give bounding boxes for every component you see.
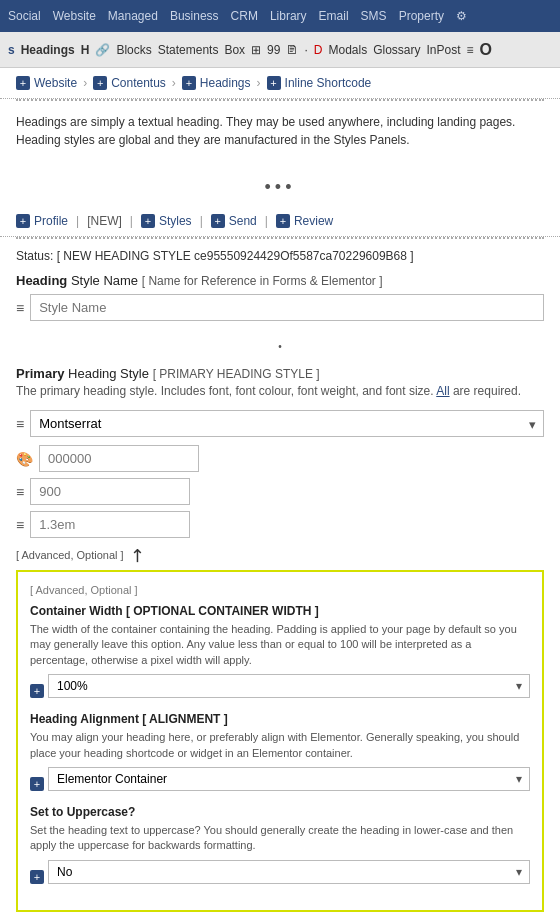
toolbar-doc-icon[interactable]: 🖹 xyxy=(286,43,298,57)
tab-profile-label: Profile xyxy=(34,214,68,228)
popup-container-width-row: + 100% xyxy=(30,674,530,708)
toolbar-glossary[interactable]: Glossary xyxy=(373,43,420,57)
popup-uppercase-title: Set to Uppercase? xyxy=(30,805,530,819)
popup-alignment-select-wrapper: Elementor Container xyxy=(48,767,530,791)
line-height-drag-icon[interactable]: ≡ xyxy=(16,517,24,533)
fields-with-popup: 🎨 ≡ ≡ [ Advanced, Optional ] ↗ [ Advance… xyxy=(0,445,560,912)
popup-uppercase-select-wrapper: No Yes xyxy=(48,860,530,884)
primary-heading-desc: The primary heading style. Includes font… xyxy=(16,384,544,398)
toolbar: s Headings H 🔗 Blocks Statements Box ⊞ 9… xyxy=(0,32,560,68)
description-section: Headings are simply a textual heading. T… xyxy=(0,101,560,169)
toolbar-99[interactable]: 99 xyxy=(267,43,280,57)
popup-alignment-desc: You may align your heading here, or pref… xyxy=(30,730,530,761)
heading-style-name-label: Heading Style Name [ Name for Reference … xyxy=(16,273,544,288)
font-select[interactable]: Montserrat xyxy=(30,410,544,437)
breadcrumb-headings[interactable]: + Headings xyxy=(182,76,251,90)
heading-style-name-section: Heading Style Name [ Name for Reference … xyxy=(0,267,560,335)
nav-sms[interactable]: SMS xyxy=(361,9,387,23)
status-label: Status: xyxy=(16,249,53,263)
nav-social[interactable]: Social xyxy=(8,9,41,23)
color-input[interactable] xyxy=(39,445,199,472)
status-row: Status: [ NEW HEADING STYLE ce9555092442… xyxy=(0,239,560,267)
style-name-drag-icon[interactable]: ≡ xyxy=(16,300,24,316)
toolbar-link-icon[interactable]: 🔗 xyxy=(95,43,110,57)
popup-uppercase-plus[interactable]: + xyxy=(30,870,44,884)
style-name-input-row: ≡ xyxy=(16,294,544,321)
toolbar-statements[interactable]: Statements xyxy=(158,43,219,57)
popup-uppercase-select[interactable]: No Yes xyxy=(48,860,530,884)
popup-uppercase-row: + No Yes xyxy=(30,860,530,894)
size-drag-icon[interactable]: ≡ xyxy=(16,484,24,500)
popup-alignment-title: Heading Alignment [ ALIGNMENT ] xyxy=(30,712,530,726)
popup-alignment-row: + Elementor Container xyxy=(30,767,530,801)
primary-heading-title: Primary Heading Style [ PRIMARY HEADING … xyxy=(16,366,544,381)
breadcrumb-contentus[interactable]: + Contentus xyxy=(93,76,166,90)
popup-alignment-select[interactable]: Elementor Container xyxy=(48,767,530,791)
toolbar-grid-icon[interactable]: ⊞ xyxy=(251,43,261,57)
toolbar-o-icon[interactable]: O xyxy=(480,41,492,59)
style-name-input[interactable] xyxy=(30,294,544,321)
font-field-group: ≡ Montserrat xyxy=(0,410,560,437)
popup-container-width-plus[interactable]: + xyxy=(30,684,44,698)
adv-optional-label: [ Advanced, Optional ] xyxy=(16,549,124,561)
breadcrumb-inline-shortcode[interactable]: + Inline Shortcode xyxy=(267,76,372,90)
breadcrumb-website[interactable]: + Website xyxy=(16,76,77,90)
breadcrumb-inline-label: Inline Shortcode xyxy=(285,76,372,90)
popup-container-width-select[interactable]: 100% xyxy=(48,674,530,698)
nav-managed[interactable]: Managed xyxy=(108,9,158,23)
size-input[interactable] xyxy=(30,478,190,505)
toolbar-blocks[interactable]: Blocks xyxy=(116,43,151,57)
toolbar-grid2-icon[interactable]: ≡ xyxy=(467,43,474,57)
tab-review[interactable]: + Review xyxy=(276,214,333,228)
toolbar-s-icon[interactable]: s xyxy=(8,43,15,57)
toolbar-dot: · xyxy=(304,43,307,57)
adv-optional-row: [ Advanced, Optional ] ↗ xyxy=(16,544,544,566)
tab-new-label: [NEW] xyxy=(87,214,122,228)
nav-property[interactable]: Property xyxy=(399,9,444,23)
tab-profile[interactable]: + Profile xyxy=(16,214,68,228)
center-dot: • xyxy=(0,341,560,352)
popup-container-width-desc: The width of the container containing th… xyxy=(30,622,530,668)
all-link[interactable]: All xyxy=(436,384,449,398)
nav-settings-icon[interactable]: ⚙ xyxy=(456,9,467,23)
breadcrumb-contentus-plus: + xyxy=(93,76,107,90)
nav-crm[interactable]: CRM xyxy=(231,9,258,23)
tab-review-label: Review xyxy=(294,214,333,228)
section-tabs: + Profile | [NEW] | + Styles | + Send | … xyxy=(0,206,560,237)
font-input-row: ≡ Montserrat xyxy=(16,410,544,437)
nav-website[interactable]: Website xyxy=(53,9,96,23)
arrow-icon: ↗ xyxy=(124,542,150,568)
color-palette-icon[interactable]: 🎨 xyxy=(16,451,33,467)
breadcrumb-plus-icon: + xyxy=(16,76,30,90)
toolbar-modals[interactable]: Modals xyxy=(328,43,367,57)
popup-alignment-plus[interactable]: + xyxy=(30,777,44,791)
popup-label: [ Advanced, Optional ] xyxy=(30,584,530,596)
breadcrumb-contentus-label: Contentus xyxy=(111,76,166,90)
nav-business[interactable]: Business xyxy=(170,9,219,23)
tab-profile-plus: + xyxy=(16,214,30,228)
breadcrumb-headings-label: Headings xyxy=(200,76,251,90)
breadcrumb-inline-plus: + xyxy=(267,76,281,90)
line-height-input[interactable] xyxy=(30,511,190,538)
nav-library[interactable]: Library xyxy=(270,9,307,23)
toolbar-inpost[interactable]: InPost xyxy=(427,43,461,57)
size-input-row: ≡ xyxy=(16,478,544,505)
tab-send[interactable]: + Send xyxy=(211,214,257,228)
top-navigation: Social Website Managed Business CRM Libr… xyxy=(0,0,560,32)
tab-styles[interactable]: + Styles xyxy=(141,214,192,228)
popup-container-width-select-wrapper: 100% xyxy=(48,674,530,698)
popup-container-width-title: Container Width [ OPTIONAL CONTAINER WID… xyxy=(30,604,530,618)
color-input-row: 🎨 xyxy=(16,445,544,472)
font-drag-icon[interactable]: ≡ xyxy=(16,416,24,432)
nav-email[interactable]: Email xyxy=(319,9,349,23)
toolbar-headings[interactable]: Headings xyxy=(21,43,75,57)
toolbar-d-icon[interactable]: D xyxy=(314,43,323,57)
toolbar-box[interactable]: Box xyxy=(224,43,245,57)
line-height-input-row: ≡ xyxy=(16,511,544,538)
popup-uppercase-desc: Set the heading text to uppercase? You s… xyxy=(30,823,530,854)
breadcrumb-headings-plus: + xyxy=(182,76,196,90)
description-text: Headings are simply a textual heading. T… xyxy=(16,113,544,149)
primary-heading-section: Primary Heading Style [ PRIMARY HEADING … xyxy=(0,358,560,410)
toolbar-h-bold[interactable]: H xyxy=(81,43,90,57)
tab-review-plus: + xyxy=(276,214,290,228)
